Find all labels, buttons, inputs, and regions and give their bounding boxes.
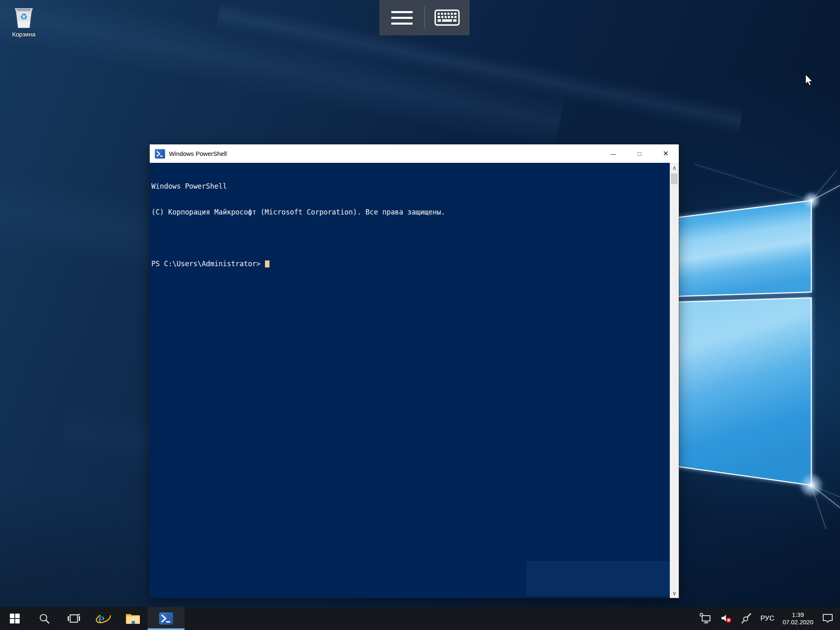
vm-menu-button[interactable] <box>379 0 425 35</box>
window-controls: — □ ✕ <box>600 144 679 163</box>
wallpaper-light-beam <box>0 0 566 152</box>
close-button[interactable]: ✕ <box>653 144 679 163</box>
window-titlebar[interactable]: Windows PowerShell — □ ✕ <box>150 144 679 163</box>
network-icon <box>700 613 712 624</box>
volume-muted-icon <box>720 613 733 624</box>
internet-explorer-icon: e <box>95 610 112 627</box>
powershell-icon <box>155 148 165 159</box>
scrollbar-thumb[interactable] <box>671 173 678 184</box>
system-tray: РУС 1:39 07.02.2020 <box>697 607 840 630</box>
pen-tray-button[interactable] <box>738 607 755 630</box>
action-center-icon <box>822 613 834 624</box>
keyboard-icon <box>434 9 460 26</box>
console-prompt: PS C:\Users\Administrator> <box>151 260 260 268</box>
file-explorer-button[interactable] <box>118 607 148 630</box>
powershell-taskbar-button[interactable] <box>148 607 185 630</box>
recycle-bin-label: Корзина <box>12 31 35 38</box>
language-indicator[interactable]: РУС <box>758 607 777 630</box>
clock-time: 1:39 <box>792 611 804 619</box>
console-line: Windows PowerShell <box>151 182 668 191</box>
maximize-icon: □ <box>637 150 641 157</box>
windows-start-icon <box>9 613 20 624</box>
pen-icon <box>741 613 752 624</box>
maximize-button[interactable]: □ <box>626 144 653 163</box>
taskbar: e <box>0 607 840 630</box>
console-line: (C) Корпорация Майкрософт (Microsoft Cor… <box>151 208 668 217</box>
start-button[interactable] <box>0 607 30 630</box>
minimize-icon: — <box>610 151 616 157</box>
recycle-symbol: ♻ <box>20 12 28 21</box>
task-view-icon <box>67 613 80 624</box>
svg-text:e: e <box>98 611 105 626</box>
minimize-button[interactable]: — <box>600 144 626 163</box>
console-prompt-row: PS C:\Users\Administrator> <box>151 260 668 268</box>
taskbar-clock[interactable]: 1:39 07.02.2020 <box>780 607 816 630</box>
console-blank-line <box>151 234 668 242</box>
internet-explorer-button[interactable]: e <box>89 607 118 630</box>
recycle-bin-icon: ♻ <box>12 3 35 30</box>
action-center-button[interactable] <box>819 607 837 630</box>
search-button[interactable] <box>30 607 59 630</box>
console-text: Windows PowerShell (C) Корпорация Майкро… <box>151 165 668 285</box>
mouse-cursor <box>805 74 815 87</box>
scrollbar[interactable]: ∧ ∨ <box>670 163 679 598</box>
volume-tray-button[interactable] <box>717 607 735 630</box>
console-area[interactable]: Windows PowerShell (C) Корпорация Майкро… <box>150 163 679 598</box>
console-highlight-region <box>526 561 670 596</box>
file-explorer-icon <box>125 612 141 625</box>
task-view-button[interactable] <box>59 607 89 630</box>
close-icon: ✕ <box>663 149 669 158</box>
hamburger-icon <box>391 11 413 25</box>
scroll-down-arrow[interactable]: ∨ <box>670 588 679 598</box>
scroll-up-arrow[interactable]: ∧ <box>670 163 679 173</box>
window-title: Windows PowerShell <box>169 150 600 157</box>
clock-date: 07.02.2020 <box>783 619 813 626</box>
console-cursor <box>265 260 269 267</box>
network-tray-button[interactable] <box>697 607 715 630</box>
vm-console-toolbar <box>379 0 470 35</box>
vm-keyboard-button[interactable] <box>425 0 470 35</box>
search-icon <box>39 613 50 624</box>
wallpaper-light-beam <box>216 0 744 135</box>
desktop-icon-recycle-bin[interactable]: ♻ Корзина <box>6 3 42 38</box>
powershell-icon <box>159 611 173 626</box>
powershell-window: Windows PowerShell — □ ✕ Windows PowerSh… <box>150 144 679 598</box>
